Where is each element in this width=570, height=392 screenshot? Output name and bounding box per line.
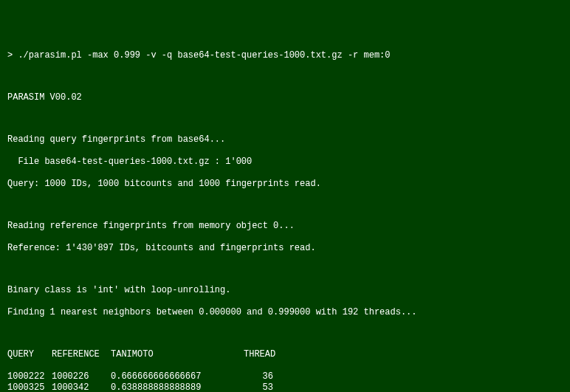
cell-tanimoto: 0.666666666666667: [111, 371, 244, 382]
status-line: Binary class is 'int' with loop-unrollin…: [7, 285, 563, 296]
status-line: Reading reference fingerprints from memo…: [7, 221, 563, 232]
table-header: QUERY REFERENCE TANIMOTO THREAD: [7, 349, 563, 360]
cell-reference: 1000342: [52, 382, 111, 392]
cell-tanimoto: 0.638888888888889: [111, 382, 244, 392]
col-reference: REFERENCE: [52, 349, 111, 360]
cell-query: 1000222: [7, 371, 52, 382]
cell-query: 1000325: [7, 382, 52, 392]
status-line: Reading query fingerprints from base64..…: [7, 134, 563, 145]
status-line: File base64-test-queries-1000.txt.gz : 1…: [7, 157, 563, 168]
col-query: QUERY: [7, 349, 52, 360]
col-tanimoto: TANIMOTO: [111, 349, 244, 360]
table-row: 100032510003420.63888888888888953: [7, 382, 563, 392]
status-line: Finding 1 nearest neighbors between 0.00…: [7, 307, 563, 318]
cell-reference: 1000226: [52, 371, 111, 382]
col-thread: THREAD: [244, 349, 273, 360]
table-body-1: 100022210002260.666666666666667361000325…: [7, 371, 563, 392]
status-line: Query: 1000 IDs, 1000 bitcounts and 1000…: [7, 179, 563, 190]
cell-thread: 53: [244, 382, 273, 392]
version-line: PARASIM V00.02: [7, 92, 563, 103]
cell-thread: 36: [244, 371, 273, 382]
command-line: > ./parasim.pl -max 0.999 -v -q base64-t…: [7, 50, 563, 61]
status-line: Reference: 1'430'897 IDs, bitcounts and …: [7, 243, 563, 254]
table-row: 100022210002260.66666666666666736: [7, 371, 563, 382]
